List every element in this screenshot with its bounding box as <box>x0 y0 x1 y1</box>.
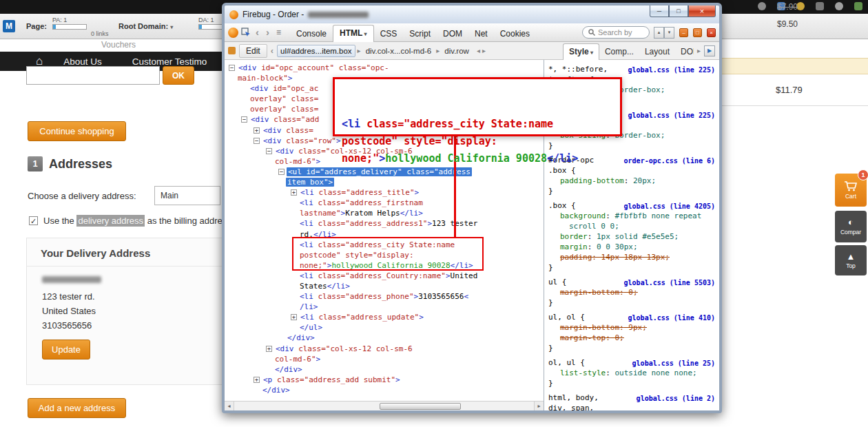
moz-logo[interactable]: M <box>3 20 15 32</box>
css-file-link[interactable]: global.css (line 25) <box>632 358 715 368</box>
collapse-icon[interactable]: − <box>241 116 247 123</box>
side-tab-style[interactable]: Style ▾ <box>563 43 599 60</box>
html-tree-node[interactable]: lastname">Kratom Helps</li> <box>225 208 544 218</box>
menu-icon[interactable] <box>854 2 862 10</box>
address-select[interactable]: Main <box>154 186 220 205</box>
collapse-icon[interactable]: − <box>266 148 272 154</box>
css-file-link[interactable]: global.css (line 4205) <box>624 201 715 211</box>
expand-icon[interactable]: + <box>254 377 260 383</box>
back-icon[interactable]: ‹ <box>254 28 261 37</box>
extension-icon[interactable] <box>835 2 843 10</box>
html-tree-node[interactable]: col-md-6"> <box>225 354 544 364</box>
crumb-scroll-left-icon[interactable]: ◂ <box>477 47 482 54</box>
panel-options-icon[interactable] <box>228 47 236 54</box>
breadcrumb-item[interactable]: div.row <box>442 45 472 56</box>
firebug-minimize-button[interactable] <box>679 28 688 37</box>
extension-icon[interactable] <box>758 2 766 10</box>
firebug-detach-button[interactable] <box>693 28 702 37</box>
collapse-icon[interactable]: − <box>278 169 285 175</box>
html-tree-node[interactable]: </div> <box>225 364 544 375</box>
nav-item[interactable]: About Us <box>63 56 102 67</box>
html-tree-node[interactable]: +<li class="address_update"> <box>225 312 544 322</box>
css-property[interactable]: border: 1px solid #e5e5e5; <box>548 231 715 242</box>
html-tree-node[interactable]: +<p class="address_add submit"> <box>225 375 544 385</box>
css-property[interactable]: padding: 14px 18px 13px; <box>548 252 715 262</box>
close-button[interactable]: × <box>688 6 716 17</box>
extension-icon[interactable] <box>816 2 824 10</box>
html-tree-node[interactable]: −<div id="opc_account" class="opc- <box>225 63 544 73</box>
inspect-icon[interactable] <box>241 28 251 37</box>
root-domain-label[interactable]: Root Domain: ▾ <box>118 22 173 30</box>
nav-item[interactable]: Customer Testimo <box>132 56 207 67</box>
firebug-tab-net[interactable]: Net <box>468 25 494 42</box>
html-tree-node[interactable]: </div> <box>225 385 544 395</box>
html-tree-node[interactable]: <li class="address_address1">123 tester <box>225 218 544 229</box>
breadcrumb-item[interactable]: div.col-x...col-md-6 <box>363 45 435 56</box>
continue-icon[interactable]: ▶ <box>704 45 715 56</box>
collapse-icon[interactable]: − <box>229 65 235 71</box>
firebug-tab-dom[interactable]: DOM <box>437 25 468 42</box>
css-property[interactable]: background: #fbfbfb none repeat scroll 0… <box>548 211 715 231</box>
add-address-button[interactable]: Add a new address <box>28 398 126 418</box>
html-tree-node[interactable]: </ul> <box>225 322 544 333</box>
back-to-top-widget[interactable]: ▲ Top <box>835 245 867 275</box>
ok-button[interactable]: OK <box>163 66 194 85</box>
window-title-bar[interactable]: Firebug - Order - ─ □ × <box>225 6 719 23</box>
page-authority-chip[interactable]: PA: 1 <box>52 17 87 30</box>
maximize-button[interactable]: □ <box>669 6 688 17</box>
scrollbar-thumb[interactable] <box>380 403 461 410</box>
firebug-tab-cookies[interactable]: Cookies <box>494 25 536 42</box>
firebug-menu-icon[interactable] <box>228 28 238 38</box>
minimize-button[interactable]: ─ <box>650 6 669 17</box>
billing-checkbox[interactable]: ✓ <box>29 216 38 225</box>
html-tree-node[interactable]: <li class="address_phone">3103565656< <box>225 291 544 302</box>
crumb-back-icon[interactable]: ‹ <box>271 45 273 56</box>
continue-shopping-button[interactable]: Continue shopping <box>28 121 126 141</box>
html-tree-node[interactable]: States</li> <box>225 281 544 291</box>
scroll-left-icon[interactable]: ◂ <box>225 402 234 410</box>
crumb-scroll-right-icon[interactable]: ▸ <box>482 47 488 54</box>
css-property[interactable]: margin-bottom: 9px; <box>548 322 715 333</box>
html-tree-node[interactable]: /li> <box>225 302 544 312</box>
html-tree-node[interactable]: </div> <box>225 333 544 343</box>
side-tab-dom[interactable]: DOM <box>675 44 694 60</box>
firebug-tab-html[interactable]: HTML ▾ <box>333 25 374 42</box>
update-button[interactable]: Update <box>42 340 90 360</box>
css-file-link[interactable]: global.css (line 225) <box>628 65 715 75</box>
css-property[interactable]: margin-top: 0; <box>548 333 715 343</box>
css-property[interactable]: margin: 0 0 30px; <box>548 242 715 252</box>
expand-icon[interactable]: + <box>266 346 272 352</box>
html-tree-node[interactable]: +<div class="col-xs-12 col-sm-6 <box>225 344 544 354</box>
css-property[interactable]: list-style: outside none none; <box>548 368 715 378</box>
search-next-button[interactable]: ▾ <box>664 27 674 39</box>
edit-button[interactable]: Edit <box>239 44 267 58</box>
expand-icon[interactable]: + <box>291 314 297 320</box>
css-file-link[interactable]: order-opc.css (line 6) <box>624 156 715 166</box>
voucher-input[interactable] <box>26 66 160 85</box>
collapse-icon[interactable]: − <box>254 138 260 144</box>
expand-icon[interactable]: + <box>291 189 297 196</box>
css-file-link[interactable]: global.css (line 5503) <box>624 278 715 288</box>
compare-widget[interactable]: ◐ Compar <box>835 211 867 242</box>
firebug-close-button[interactable] <box>707 28 716 37</box>
expand-icon[interactable]: + <box>254 127 260 134</box>
firebug-tab-console[interactable]: Console <box>290 25 333 42</box>
firebug-tab-css[interactable]: CSS <box>374 25 404 42</box>
html-tree-node[interactable]: <li class="address_Country:name">United <box>225 271 544 281</box>
side-tab-comp[interactable]: Comp... <box>599 44 639 60</box>
cart-widget[interactable]: 1 Cart <box>835 174 867 207</box>
dropdown-caret-icon[interactable]: ▾ <box>170 24 173 30</box>
search-box[interactable]: Search by <box>582 26 650 39</box>
tabs-overflow-icon[interactable]: ▸ <box>697 47 701 54</box>
search-prev-button[interactable]: ▴ <box>654 27 664 39</box>
firebug-tab-script[interactable]: Script <box>403 25 437 42</box>
css-file-link[interactable]: global.css (line 225) <box>628 110 715 121</box>
breadcrumb-item[interactable]: ul#addres...item.box <box>277 45 355 57</box>
horizontal-scrollbar[interactable]: ◂ ▸ <box>225 401 544 410</box>
forward-icon[interactable]: › <box>264 28 271 37</box>
side-tab-layout[interactable]: Layout <box>639 44 675 60</box>
css-file-link[interactable]: global.css (line 410) <box>628 313 715 323</box>
list-icon[interactable]: ≡ <box>274 28 283 37</box>
css-property[interactable]: margin-bottom: 0; <box>548 287 715 298</box>
scroll-right-icon[interactable]: ▸ <box>534 402 544 410</box>
